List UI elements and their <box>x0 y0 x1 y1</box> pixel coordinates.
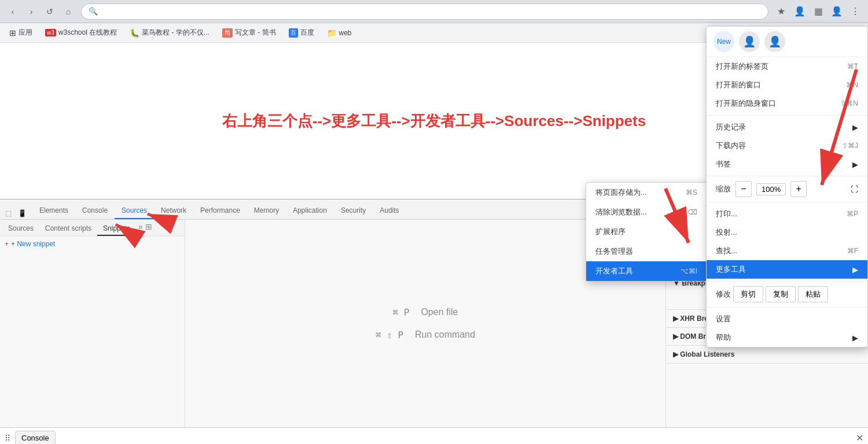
tab-application[interactable]: Application <box>286 203 334 219</box>
menu-downloads-label: 下载内容 <box>716 140 746 151</box>
menu-new-window-shortcut: ⌘N <box>846 81 858 89</box>
devtools-icon-group: ⬚ 📱 <box>2 208 28 219</box>
ctx-extensions[interactable]: 扩展程序 <box>586 222 707 242</box>
zoom-in-button[interactable]: + <box>790 181 807 197</box>
bookmark-baidu-label: 百度 <box>300 28 314 38</box>
menu-help-arrow: ▶ <box>852 334 858 342</box>
menu-new-window-label: 打开新的窗口 <box>716 80 761 90</box>
menu-bookmarks-arrow: ▶ <box>852 160 858 169</box>
subtab-sources[interactable]: Sources <box>2 222 39 236</box>
menu-help[interactable]: 帮助 ▶ <box>707 328 867 347</box>
qr-button[interactable]: ▦ <box>810 3 826 20</box>
edit-row: 修改 剪切 复制 粘贴 <box>707 284 867 305</box>
menu-cast[interactable]: 投射... <box>707 223 867 242</box>
menu-find[interactable]: 查找... ⌘F <box>707 242 867 260</box>
ctx-save-page[interactable]: 将页面存储为... ⌘S <box>586 183 707 202</box>
menu-history-label: 历史记录 <box>716 122 746 132</box>
menu-incognito-label: 打开新的隐身窗口 <box>716 98 776 109</box>
baidu-icon: 百 <box>289 28 298 38</box>
sources-subtabs: Sources Content scripts Snippets » ⊞ <box>0 220 185 236</box>
menu-more-tools[interactable]: 更多工具 ▶ <box>707 260 867 279</box>
menu-settings[interactable]: 设置 <box>707 310 867 328</box>
console-drag-icon[interactable]: ⠿ <box>5 434 10 443</box>
ctx-clear-browsing-shortcut: ⌥⌘⌫ <box>672 208 697 216</box>
bookmark-runoob[interactable]: 🐛 菜鸟教程 - 学的不仅... <box>125 25 214 40</box>
bookmark-jianshu[interactable]: 简 写文章 - 简书 <box>218 25 281 40</box>
bookmark-runoob-label: 菜鸟教程 - 学的不仅... <box>142 28 209 38</box>
add-snippet-button[interactable]: + + New snippet <box>0 236 185 251</box>
global-listeners-header[interactable]: ▶ Global Listeners <box>666 346 868 363</box>
ctx-task-manager[interactable]: 任务管理器 <box>586 242 707 261</box>
menu-new-window[interactable]: 打开新的窗口 ⌘N <box>707 76 867 94</box>
bookmark-baidu[interactable]: 百 百度 <box>284 25 319 40</box>
ctx-devtools[interactable]: 开发者工具 ⌥⌘I <box>586 261 707 281</box>
bookmark-apps[interactable]: ⊞ 应用 <box>5 25 37 40</box>
account-button[interactable]: 👤 <box>829 3 845 20</box>
avatar-icon2[interactable]: 👤 <box>764 31 785 52</box>
menu-new-tab[interactable]: 打开新的标签页 ⌘T <box>707 57 867 76</box>
reload-button[interactable]: ↺ <box>42 3 58 20</box>
console-tab[interactable]: Console <box>15 431 56 444</box>
zoom-row: 缩放 − 100% + ⛶ <box>707 179 867 199</box>
tab-network[interactable]: Network <box>154 203 193 219</box>
back-button[interactable]: ‹ <box>5 3 21 20</box>
menu-button[interactable]: ⋮ <box>847 3 863 20</box>
subtab-snippets[interactable]: Snippets <box>97 222 136 236</box>
zoom-fullscreen-button[interactable]: ⛶ <box>851 185 858 194</box>
bookmark-star-button[interactable]: ★ <box>773 3 789 20</box>
menu-print-shortcut: ⌘P <box>847 210 858 218</box>
menu-more-tools-label: 更多工具 <box>716 264 746 275</box>
subtab-more[interactable]: » <box>138 222 143 236</box>
console-bar: ⠿ Console ✕ <box>0 427 868 444</box>
run-command-label: Run command <box>415 330 475 340</box>
avatar-icon1[interactable]: 👤 <box>739 31 760 52</box>
devtools-cursor-icon[interactable]: ⬚ <box>2 208 14 219</box>
bookmark-web[interactable]: 📁 web <box>322 26 356 40</box>
subtab-panel-toggle[interactable]: ⊞ <box>145 222 152 236</box>
add-snippet-label: + New snippet <box>11 240 55 248</box>
chrome-menu: New 👤 👤 打开新的标签页 ⌘T 打开新的窗口 ⌘N 打开新的隐身窗口 ⇧⌘… <box>706 26 868 347</box>
bookmark-jianshu-label: 写文章 - 简书 <box>235 28 276 38</box>
tab-elements[interactable]: Elements <box>32 203 75 219</box>
shortcut-open-file: ⌘ P Open file <box>393 307 458 318</box>
tab-audits[interactable]: Audits <box>373 203 406 219</box>
paste-button[interactable]: 粘贴 <box>798 286 828 302</box>
menu-history[interactable]: 历史记录 ▶ <box>707 118 867 136</box>
home-button[interactable]: ⌂ <box>60 3 76 20</box>
menu-divider-2 <box>707 176 867 176</box>
bookmark-apps-label: 应用 <box>19 28 32 38</box>
apps-icon: ⊞ <box>9 28 16 38</box>
edit-label: 修改 <box>716 289 731 299</box>
devtools-device-icon[interactable]: 📱 <box>16 208 28 219</box>
address-bar[interactable]: 🔍 <box>81 3 768 20</box>
tab-sources[interactable]: Sources <box>115 203 154 219</box>
cut-button[interactable]: 剪切 <box>733 286 763 302</box>
ctx-clear-browsing[interactable]: 清除浏览数据... ⌥⌘⌫ <box>586 202 707 222</box>
forward-button[interactable]: › <box>23 3 39 20</box>
menu-downloads[interactable]: 下载内容 ⇧⌘J <box>707 136 867 155</box>
menu-new-tab-label: 打开新的标签页 <box>716 61 768 72</box>
tab-performance[interactable]: Performance <box>193 203 247 219</box>
tab-memory[interactable]: Memory <box>247 203 286 219</box>
tab-console[interactable]: Console <box>75 203 115 219</box>
search-icon: 🔍 <box>89 7 98 16</box>
new-tab-icon[interactable]: New <box>713 31 734 52</box>
subtab-content-scripts[interactable]: Content scripts <box>39 222 97 236</box>
tab-security[interactable]: Security <box>334 203 373 219</box>
profile-button[interactable]: 👤 <box>792 3 808 20</box>
nav-buttons: ‹ › ↺ ⌂ <box>5 3 76 20</box>
runoob-icon: 🐛 <box>130 28 139 38</box>
zoom-value: 100% <box>756 183 786 195</box>
copy-button[interactable]: 复制 <box>766 286 796 302</box>
menu-incognito-shortcut: ⇧⌘N <box>840 99 858 108</box>
console-close-button[interactable]: ✕ <box>856 432 863 443</box>
menu-top-icons: New 👤 👤 <box>707 27 867 57</box>
bookmark-w3school[interactable]: w3 w3school 在线教程 <box>41 25 122 40</box>
menu-bookmarks[interactable]: 书签 ▶ <box>707 155 867 173</box>
menu-incognito[interactable]: 打开新的隐身窗口 ⇧⌘N <box>707 94 867 113</box>
plus-icon: + <box>5 240 9 248</box>
menu-divider-1 <box>707 115 867 116</box>
zoom-out-button[interactable]: − <box>735 181 752 197</box>
browser-actions: ★ 👤 ▦ 👤 ⋮ <box>773 3 863 20</box>
menu-print[interactable]: 打印... ⌘P <box>707 205 867 223</box>
